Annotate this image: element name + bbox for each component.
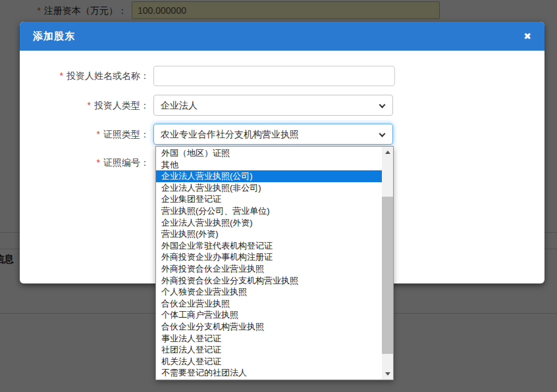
license-number-label: *证照编号：	[20, 156, 149, 169]
investor-name-input[interactable]	[153, 66, 395, 86]
dropdown-option[interactable]: 营业执照(外资)	[156, 228, 382, 240]
required-marker: *	[97, 129, 100, 139]
license-type-label: *证照类型：	[20, 124, 149, 145]
license-type-dropdown: 外国（地区）证照其他企业法人营业执照(公司)企业法人营业执照(非公司)企业集团登…	[155, 146, 394, 380]
scroll-down-arrow-icon	[385, 372, 390, 376]
dropdown-option[interactable]: 外国企业常驻代表机构登记证	[156, 240, 382, 252]
close-icon[interactable]: ✖	[523, 32, 531, 41]
dropdown-option[interactable]: 不需要登记的社团法人	[156, 367, 382, 379]
scroll-up-button[interactable]	[382, 147, 393, 158]
dropdown-option[interactable]: 个体工商户营业执照	[156, 309, 382, 321]
chevron-down-icon	[379, 102, 386, 109]
dropdown-option[interactable]: 事业法人登记证	[156, 333, 382, 345]
dropdown-option[interactable]: 机关法人登记证	[156, 356, 382, 368]
required-marker: *	[97, 157, 100, 168]
scrollbar-thumb[interactable]	[382, 197, 393, 354]
dropdown-option[interactable]: 企业法人营业执照(外资)	[156, 217, 382, 229]
dropdown-option[interactable]: 其他	[156, 159, 382, 171]
dropdown-option[interactable]: 外国（地区）证照	[156, 147, 382, 159]
dropdown-option[interactable]: 外商投资合伙企业营业执照	[156, 263, 382, 275]
investor-type-select[interactable]: 企业法人	[153, 95, 393, 116]
dropdown-option[interactable]: 企业法人营业执照(公司)	[156, 170, 382, 182]
dropdown-option[interactable]: 企业法人营业执照(非公司)	[156, 182, 382, 194]
dropdown-option[interactable]: 合伙企业分支机构营业执照	[156, 321, 382, 333]
chevron-down-icon	[379, 131, 386, 137]
license-type-value: 农业专业合作社分支机构营业执照	[161, 129, 299, 139]
investor-name-label: *投资人姓名或名称：	[20, 66, 149, 86]
dropdown-option[interactable]: 外商投资企业办事机构注册证	[156, 251, 382, 263]
investor-type-label: *投资人类型：	[20, 95, 149, 116]
required-marker: *	[88, 100, 91, 110]
dialog-title: 添加股东	[33, 30, 75, 43]
dropdown-option[interactable]: 社团法人登记证	[156, 344, 382, 356]
license-type-select[interactable]: 农业专业合作社分支机构营业执照	[153, 124, 393, 145]
dropdown-options: 外国（地区）证照其他企业法人营业执照(公司)企业法人营业执照(非公司)企业集团登…	[156, 147, 382, 379]
dropdown-option[interactable]: 个人独资企业营业执照	[156, 286, 382, 298]
investor-type-value: 企业法人	[161, 100, 198, 110]
dropdown-option[interactable]: 外商投资合伙企业分支机构营业执照	[156, 275, 382, 287]
scroll-up-arrow-icon	[385, 151, 390, 154]
scroll-down-button[interactable]	[382, 368, 393, 380]
dialog-header: 添加股东 ✖	[20, 22, 544, 51]
dropdown-option[interactable]: 合伙企业营业执照	[156, 298, 382, 310]
dropdown-scrollbar[interactable]	[382, 147, 393, 380]
dropdown-option[interactable]: 企业集团登记证	[156, 193, 382, 205]
required-marker: *	[60, 70, 63, 81]
dropdown-option[interactable]: 营业执照(分公司、营业单位)	[156, 205, 382, 217]
